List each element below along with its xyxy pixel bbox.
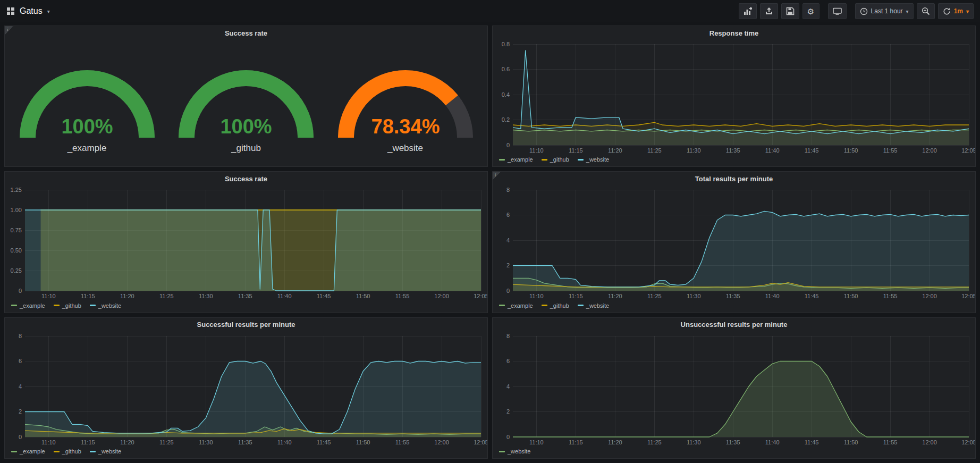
gear-icon: ⚙	[807, 7, 814, 15]
svg-text:11:30: 11:30	[199, 293, 213, 299]
panel-header[interactable]: Total results per minute	[493, 172, 975, 186]
legend-series-label: _website	[586, 302, 609, 309]
legend-item[interactable]: _github	[54, 448, 81, 454]
gauge-label: _example	[67, 143, 107, 154]
legend: _website	[493, 447, 975, 458]
panel-header[interactable]: Response time	[493, 26, 975, 40]
tv-mode-button[interactable]	[828, 3, 847, 19]
svg-text:11:55: 11:55	[883, 147, 898, 154]
dashboard-caret-icon[interactable]: ▾	[47, 9, 50, 14]
legend-item[interactable]: _github	[54, 302, 81, 309]
gauge-arc: 100%	[10, 53, 164, 142]
legend: _example_github_website	[5, 301, 487, 313]
svg-text:0: 0	[19, 288, 22, 294]
legend-item[interactable]: _website	[499, 448, 530, 454]
navbar-right: ⚙ Last 1 hour ▾	[736, 3, 974, 19]
legend-item[interactable]: _example	[499, 302, 533, 309]
panel-header[interactable]: Successful results per minute	[5, 318, 487, 332]
gauge-_website: 78.34%_website	[328, 53, 483, 154]
svg-text:11:55: 11:55	[883, 439, 898, 445]
legend-swatch-icon	[11, 451, 17, 452]
svg-text:11:45: 11:45	[805, 293, 819, 299]
svg-text:11:30: 11:30	[687, 439, 701, 445]
legend-swatch-icon	[542, 159, 547, 161]
svg-text:8: 8	[506, 332, 510, 339]
svg-text:11:25: 11:25	[159, 439, 174, 445]
time-range-button[interactable]: Last 1 hour ▾	[855, 3, 914, 19]
panel-response-time: Response time 00.20.40.60.811:1011:1511:…	[492, 26, 976, 167]
svg-text:6: 6	[506, 212, 510, 218]
add-panel-button[interactable]	[739, 3, 757, 19]
refresh-icon	[943, 7, 951, 15]
legend-item[interactable]: _website	[578, 156, 609, 163]
zoom-out-button[interactable]	[917, 3, 935, 19]
legend-item[interactable]: _example	[11, 448, 45, 454]
time-range-label: Last 1 hour	[871, 7, 903, 15]
svg-text:12:00: 12:00	[434, 439, 449, 445]
legend-series-label: _website	[98, 448, 121, 454]
save-button[interactable]	[781, 3, 799, 19]
legend-item[interactable]: _website	[578, 302, 609, 309]
legend-item[interactable]: _website	[90, 302, 121, 309]
svg-text:11:20: 11:20	[120, 293, 134, 299]
panel-header[interactable]: Success rate	[5, 172, 487, 186]
legend-swatch-icon	[11, 305, 17, 306]
legend-swatch-icon	[54, 305, 60, 306]
svg-text:11:30: 11:30	[687, 293, 701, 299]
dashboard-title[interactable]: Gatus	[20, 6, 43, 16]
svg-text:11:20: 11:20	[608, 147, 622, 154]
chart-unsuccessful-results[interactable]: 0246811:1011:1511:2011:2511:3011:3511:40…	[493, 332, 975, 447]
panel-info-icon[interactable]: i	[493, 172, 501, 180]
svg-text:2: 2	[19, 408, 22, 415]
legend-series-label: _example	[508, 302, 533, 309]
refresh-caret-icon: ▾	[966, 9, 969, 14]
legend-series-label: _website	[586, 156, 609, 163]
chart-total-results[interactable]: 0246811:1011:1511:2011:2511:3011:3511:40…	[493, 186, 975, 300]
svg-text:11:35: 11:35	[726, 293, 740, 299]
legend-swatch-icon	[499, 159, 505, 161]
legend-item[interactable]: _website	[90, 448, 121, 454]
svg-text:11:50: 11:50	[844, 147, 858, 154]
gauge-_example: 100%_example	[10, 53, 164, 154]
svg-text:11:15: 11:15	[569, 147, 583, 154]
share-icon	[765, 7, 773, 15]
svg-text:11:20: 11:20	[608, 293, 622, 299]
settings-button[interactable]: ⚙	[802, 3, 820, 19]
chart-successful-results[interactable]: 0246811:1011:1511:2011:2511:3011:3511:40…	[5, 332, 487, 447]
svg-text:8: 8	[506, 187, 510, 193]
svg-text:6: 6	[19, 358, 22, 364]
legend-swatch-icon	[542, 305, 547, 306]
legend-item[interactable]: _github	[542, 156, 569, 163]
svg-text:12:05: 12:05	[474, 293, 487, 299]
svg-text:11:10: 11:10	[529, 293, 544, 299]
svg-text:11:25: 11:25	[647, 293, 662, 299]
svg-text:11:10: 11:10	[529, 439, 544, 445]
panel-info-icon[interactable]: i	[5, 26, 13, 35]
chart-svg: 0246811:1011:1511:2011:2511:3011:3511:40…	[493, 186, 975, 300]
svg-text:11:55: 11:55	[395, 293, 410, 299]
gauge-label: _website	[387, 143, 423, 154]
legend-item[interactable]: _example	[11, 302, 45, 309]
legend-swatch-icon	[499, 305, 505, 306]
svg-text:2: 2	[506, 408, 510, 415]
svg-text:1.00: 1.00	[11, 207, 22, 213]
refresh-button[interactable]: 1m ▾	[938, 3, 974, 19]
svg-text:11:35: 11:35	[726, 147, 740, 154]
legend-item[interactable]: _example	[499, 156, 533, 163]
legend-swatch-icon	[90, 305, 96, 306]
gauge-_github: 100%_github	[169, 53, 323, 154]
svg-text:0.50: 0.50	[11, 247, 22, 254]
legend-item[interactable]: _github	[542, 302, 569, 309]
panel-header[interactable]: Success rate	[5, 26, 487, 40]
panel-header[interactable]: Unsuccessful results per minute	[493, 318, 975, 332]
chart-response-time[interactable]: 00.20.40.60.811:1011:1511:2011:2511:3011…	[493, 40, 975, 155]
svg-text:0.75: 0.75	[11, 227, 22, 233]
chart-success-rate[interactable]: 00.250.500.751.001.2511:1011:1511:2011:2…	[5, 186, 487, 300]
dashboards-grid-icon[interactable]	[6, 7, 15, 15]
refresh-interval-label: 1m	[954, 7, 963, 15]
svg-text:11:30: 11:30	[199, 439, 213, 445]
legend-series-label: _website	[508, 448, 530, 454]
svg-text:11:55: 11:55	[883, 293, 898, 299]
share-button[interactable]	[760, 3, 778, 19]
svg-text:0.6: 0.6	[502, 66, 510, 72]
